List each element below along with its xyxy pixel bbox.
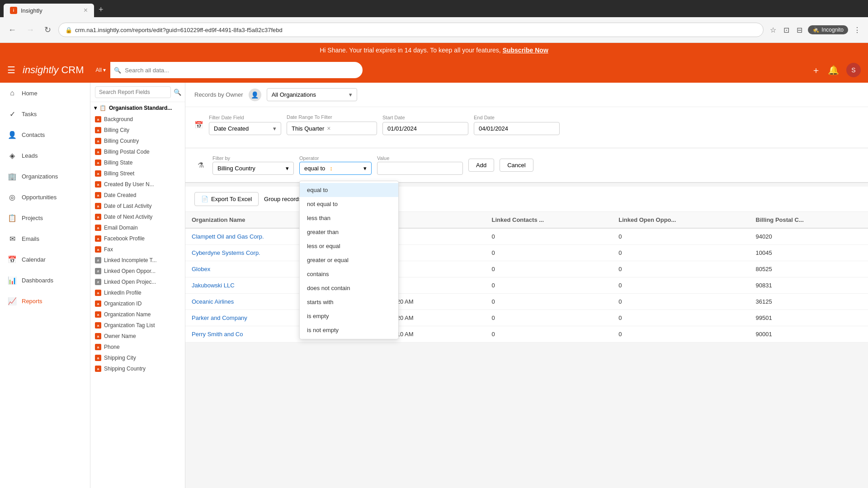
field-organization-id[interactable]: a Organization ID bbox=[90, 298, 185, 309]
date-field-select[interactable]: Date Created ▾ bbox=[209, 122, 281, 135]
field-date-last-activity[interactable]: a Date of Last Activity bbox=[90, 201, 185, 211]
operator-option-less-or-equal[interactable]: less or equal bbox=[300, 239, 398, 253]
add-filter-btn[interactable]: Add bbox=[468, 159, 494, 172]
sidebar-item-calendar[interactable]: 📅 Calendar bbox=[0, 249, 90, 270]
sidebar-item-leads[interactable]: ◈ Leads bbox=[0, 145, 90, 166]
field-date-next-activity[interactable]: a Date of Next Activity bbox=[90, 211, 185, 222]
incognito-label: Incognito bbox=[821, 27, 844, 33]
filter-value-input[interactable] bbox=[377, 162, 463, 175]
operator-option-does-not-contain[interactable]: does not contain bbox=[300, 281, 398, 295]
new-tab-btn[interactable]: + bbox=[95, 2, 107, 17]
hamburger-menu[interactable]: ☰ bbox=[7, 65, 15, 75]
sidebar-item-dashboards[interactable]: 📊 Dashboards bbox=[0, 270, 90, 291]
forward-btn[interactable]: → bbox=[24, 23, 37, 37]
date-range-label: Date Range To Filter bbox=[287, 114, 377, 120]
menu-btn[interactable]: ⋮ bbox=[852, 24, 863, 36]
sidebar-item-reports[interactable]: 📈 Reports bbox=[0, 291, 90, 311]
operator-option-contains[interactable]: contains bbox=[300, 267, 398, 281]
field-date-created[interactable]: a Date Created bbox=[90, 190, 185, 201]
sidebar-ext-btn[interactable]: ⊟ bbox=[795, 24, 804, 36]
cell-billing-postal: 94020 bbox=[750, 228, 868, 245]
org-name-link[interactable]: Oceanic Airlines bbox=[192, 298, 234, 305]
browser-actions: ☆ ⊡ ⊟ 🕵 Incognito ⋮ bbox=[768, 24, 863, 36]
bookmark-btn[interactable]: ☆ bbox=[768, 24, 778, 36]
field-label: Owner Name bbox=[104, 333, 136, 339]
field-background[interactable]: a Background bbox=[90, 114, 185, 125]
filterby-field-select[interactable]: Billing Country ▾ bbox=[212, 162, 294, 175]
date-filter-section: 📅 Filter Date Field Date Created ▾ Date … bbox=[185, 107, 868, 148]
table-toolbar: 📄 Export To Excel Group records by dragg… bbox=[185, 187, 868, 212]
sidebar-item-organizations[interactable]: 🏢 Organizations bbox=[0, 166, 90, 187]
field-search-btn[interactable]: 🔍 bbox=[174, 89, 181, 96]
org-name-link[interactable]: Jakubowski LLC bbox=[192, 282, 235, 289]
notifications-btn[interactable]: 🔔 bbox=[828, 65, 839, 75]
address-bar[interactable]: 🔒 crm.na1.insightly.com/reports/edit?gui… bbox=[58, 23, 764, 37]
field-organization-tag-list[interactable]: a Organization Tag List bbox=[90, 320, 185, 331]
sidebar-item-tasks[interactable]: ✓ Tasks bbox=[0, 103, 90, 124]
avatar[interactable]: S bbox=[846, 63, 861, 77]
field-billing-city[interactable]: a Billing City bbox=[90, 125, 185, 136]
sidebar-item-emails[interactable]: ✉ Emails bbox=[0, 228, 90, 249]
field-organization-name[interactable]: a Organization Name bbox=[90, 309, 185, 320]
operator-option-greater-or-equal[interactable]: greater or equal bbox=[300, 253, 398, 267]
field-billing-postal-code[interactable]: a Billing Postal Code bbox=[90, 146, 185, 157]
search-input[interactable] bbox=[125, 67, 357, 74]
operator-option-not-equal-to[interactable]: not equal to bbox=[300, 197, 398, 211]
org-name-link[interactable]: Globex bbox=[192, 266, 210, 272]
operator-option-greater-than[interactable]: greater than bbox=[300, 225, 398, 239]
add-btn[interactable]: ＋ bbox=[811, 64, 821, 76]
field-created-by-user[interactable]: a Created By User N... bbox=[90, 179, 185, 190]
date-range-select[interactable]: This Quarter × bbox=[287, 122, 377, 135]
field-linked-incomplete[interactable]: # Linked Incomplete T... bbox=[90, 255, 185, 266]
field-owner-name[interactable]: a Owner Name bbox=[90, 331, 185, 342]
extension-btn[interactable]: ⊡ bbox=[782, 24, 791, 36]
owner-select[interactable]: All Organizations ▾ bbox=[267, 88, 357, 101]
end-date-input[interactable] bbox=[474, 122, 560, 135]
operator-option-equal-to[interactable]: equal to bbox=[300, 183, 398, 197]
sidebar-label-dashboards: Dashboards bbox=[22, 277, 53, 284]
reload-btn[interactable]: ↻ bbox=[42, 23, 54, 37]
field-linked-open-oppo[interactable]: # Linked Open Oppor... bbox=[90, 266, 185, 277]
cancel-filter-btn[interactable]: Cancel bbox=[500, 159, 533, 172]
operator-select[interactable]: equal to ↕ ▾ bbox=[299, 162, 372, 175]
field-phone[interactable]: a Phone bbox=[90, 342, 185, 352]
sidebar-item-projects[interactable]: 📋 Projects bbox=[0, 207, 90, 228]
sidebar-label-opportunities: Opportunities bbox=[22, 194, 57, 201]
field-billing-street[interactable]: a Billing Street bbox=[90, 168, 185, 179]
start-date-input[interactable] bbox=[382, 122, 468, 135]
field-type-icon: a bbox=[95, 311, 101, 318]
active-tab[interactable]: i Insightly × bbox=[4, 4, 94, 17]
field-billing-state[interactable]: a Billing State bbox=[90, 157, 185, 168]
sidebar-item-opportunities[interactable]: ◎ Opportunities bbox=[0, 187, 90, 207]
col-linked-open-oppo: Linked Open Oppo... bbox=[612, 212, 749, 228]
field-linkedin-profile[interactable]: a LinkedIn Profile bbox=[90, 287, 185, 298]
sidebar-item-home[interactable]: ⌂ Home bbox=[0, 83, 90, 103]
field-linked-open-projec[interactable]: # Linked Open Projec... bbox=[90, 277, 185, 287]
org-name-link[interactable]: Parker and Company bbox=[192, 314, 247, 321]
field-facebook-profile[interactable]: a Facebook Profile bbox=[90, 233, 185, 244]
export-excel-btn[interactable]: 📄 Export To Excel bbox=[194, 192, 259, 206]
tab-favicon: i bbox=[10, 7, 17, 14]
search-all-btn[interactable]: All ▾ bbox=[91, 62, 111, 78]
field-search-input[interactable] bbox=[95, 86, 171, 98]
operator-option-is-not-empty[interactable]: is not empty bbox=[300, 323, 398, 337]
date-range-clear-btn[interactable]: × bbox=[327, 125, 330, 132]
field-shipping-country[interactable]: a Shipping Country bbox=[90, 363, 185, 374]
tree-root[interactable]: ▾ 📋 Organisation Standard... bbox=[90, 102, 185, 114]
date-range-value: This Quarter bbox=[292, 125, 324, 132]
tab-close-btn[interactable]: × bbox=[84, 6, 88, 14]
back-btn[interactable]: ← bbox=[5, 23, 19, 37]
operator-option-starts-with[interactable]: starts with bbox=[300, 295, 398, 309]
sidebar-item-contacts[interactable]: 👤 Contacts bbox=[0, 124, 90, 145]
operator-option-less-than[interactable]: less than bbox=[300, 211, 398, 225]
subscribe-link[interactable]: Subscribe Now bbox=[503, 47, 548, 54]
operator-option-is-empty[interactable]: is empty bbox=[300, 309, 398, 323]
field-fax[interactable]: a Fax bbox=[90, 244, 185, 255]
field-email-domain[interactable]: a Email Domain bbox=[90, 222, 185, 233]
org-name-link[interactable]: Cyberdyne Systems Corp. bbox=[192, 249, 260, 256]
field-type-icon: a bbox=[95, 214, 101, 220]
org-name-link[interactable]: Perry Smith and Co bbox=[192, 331, 243, 338]
field-billing-country[interactable]: a Billing Country bbox=[90, 136, 185, 146]
field-shipping-city[interactable]: a Shipping City bbox=[90, 352, 185, 363]
org-name-link[interactable]: Clampett Oil and Gas Corp. bbox=[192, 233, 264, 240]
